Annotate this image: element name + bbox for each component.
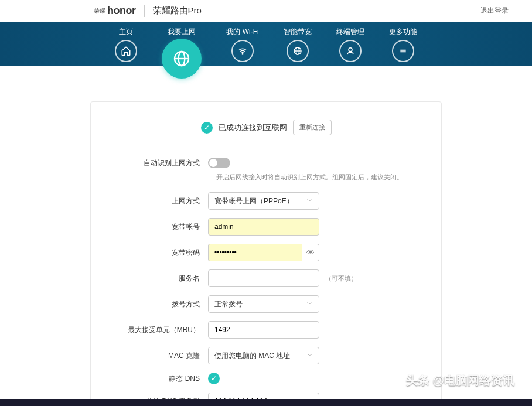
- nav-more[interactable]: 更多功能: [389, 27, 417, 62]
- reconnect-button[interactable]: 重新连接: [293, 120, 332, 135]
- chevron-down-icon: ﹀: [307, 300, 313, 308]
- row-service: 服务名 （可不填）: [91, 269, 441, 287]
- mac-value: 使用您电脑的 MAC 地址: [214, 351, 290, 361]
- conn-type-value: 宽带帐号上网（PPPoE）: [214, 196, 294, 206]
- product-name: 荣耀路由Pro: [153, 5, 202, 16]
- password-input[interactable]: [208, 244, 302, 261]
- nav-label: 更多功能: [389, 27, 417, 37]
- account-input[interactable]: [208, 218, 319, 236]
- chevron-down-icon: ﹀: [307, 352, 313, 360]
- auto-detect-hint: 开启后网线接入时将自动识别上网方式。组网固定后，建议关闭。: [199, 173, 441, 182]
- top-bar: 荣耀 honor 荣耀路由Pro 退出登录: [0, 0, 532, 22]
- content-card: ✓ 已成功连接到互联网 重新连接 自动识别上网方式 开启后网线接入时将自动识别上…: [90, 101, 442, 406]
- nav-label: 智能带宽: [284, 27, 312, 37]
- status-text: 已成功连接到互联网: [219, 122, 287, 133]
- row-mru: 最大接受单元（MRU）: [91, 321, 441, 339]
- row-dial: 拨号方式 正常拨号 ﹀: [91, 295, 441, 313]
- dial-value: 正常拨号: [214, 299, 243, 309]
- static-dns-checkbox[interactable]: ✓: [208, 373, 220, 384]
- svg-point-2: [242, 54, 243, 55]
- show-password-button[interactable]: 👁: [302, 244, 319, 261]
- conn-type-label: 上网方式: [108, 196, 208, 206]
- nav-bandwidth[interactable]: 智能带宽: [284, 27, 312, 62]
- mac-select[interactable]: 使用您电脑的 MAC 地址 ﹀: [208, 347, 319, 364]
- static-dns-label: 静态 DNS: [108, 374, 208, 384]
- nav-home[interactable]: 主页: [115, 27, 137, 62]
- brand-word: honor: [107, 5, 136, 17]
- svg-point-5: [349, 48, 352, 52]
- row-mac: MAC 克隆 使用您电脑的 MAC 地址 ﹀: [91, 347, 441, 364]
- nav-label: 我的 Wi-Fi: [226, 27, 258, 37]
- globe-icon: [162, 39, 202, 79]
- auto-detect-label: 自动识别上网方式: [108, 158, 208, 168]
- mac-label: MAC 克隆: [108, 351, 208, 361]
- service-label: 服务名: [108, 274, 208, 284]
- nav-wifi[interactable]: 我的 Wi-Fi: [226, 27, 258, 62]
- status-row: ✓ 已成功连接到互联网 重新连接: [91, 120, 441, 135]
- chevron-down-icon: ﹀: [307, 197, 313, 205]
- dial-select[interactable]: 正常拨号 ﹀: [208, 295, 319, 313]
- service-input[interactable]: [208, 269, 319, 287]
- eye-icon: 👁: [306, 248, 315, 257]
- mru-input[interactable]: [208, 321, 319, 339]
- globe-small-icon: [287, 40, 309, 62]
- nav-band: 主页 我要上网 我的 Wi-Fi 智能带宽 终端管理: [0, 22, 532, 66]
- dial-label: 拨号方式: [108, 299, 208, 309]
- brand-mark: 荣耀: [94, 8, 105, 14]
- row-password: 宽带密码 👁: [91, 244, 441, 261]
- logout-link[interactable]: 退出登录: [480, 6, 509, 16]
- row-conn-type: 上网方式 宽带帐号上网（PPPoE） ﹀: [91, 192, 441, 210]
- account-field[interactable]: [214, 223, 313, 231]
- service-field[interactable]: [214, 274, 313, 282]
- row-static-dns: 静态 DNS ✓: [91, 373, 441, 384]
- auto-detect-toggle[interactable]: [208, 158, 230, 168]
- password-label: 宽带密码: [108, 248, 208, 258]
- mru-field[interactable]: [214, 326, 313, 334]
- row-auto-detect: 自动识别上网方式: [91, 158, 441, 168]
- nav-label: 主页: [115, 27, 137, 37]
- taskbar-strip: [0, 399, 532, 406]
- conn-type-select[interactable]: 宽带帐号上网（PPPoE） ﹀: [208, 192, 319, 210]
- nav-label: 我要上网: [162, 27, 202, 37]
- check-icon: ✓: [201, 122, 213, 134]
- nav-internet[interactable]: 我要上网: [162, 27, 202, 80]
- brand-separator: [144, 5, 145, 17]
- nav-devices[interactable]: 终端管理: [336, 27, 364, 62]
- menu-icon: [392, 40, 414, 62]
- wifi-icon: [231, 40, 254, 62]
- row-account: 宽带帐号: [91, 218, 441, 236]
- password-field[interactable]: [214, 248, 296, 257]
- account-label: 宽带帐号: [108, 222, 208, 232]
- home-icon: [115, 40, 137, 62]
- mru-label: 最大接受单元（MRU）: [108, 325, 208, 335]
- service-tail: （可不填）: [325, 274, 357, 283]
- nav-label: 终端管理: [336, 27, 364, 37]
- user-icon: [339, 40, 362, 62]
